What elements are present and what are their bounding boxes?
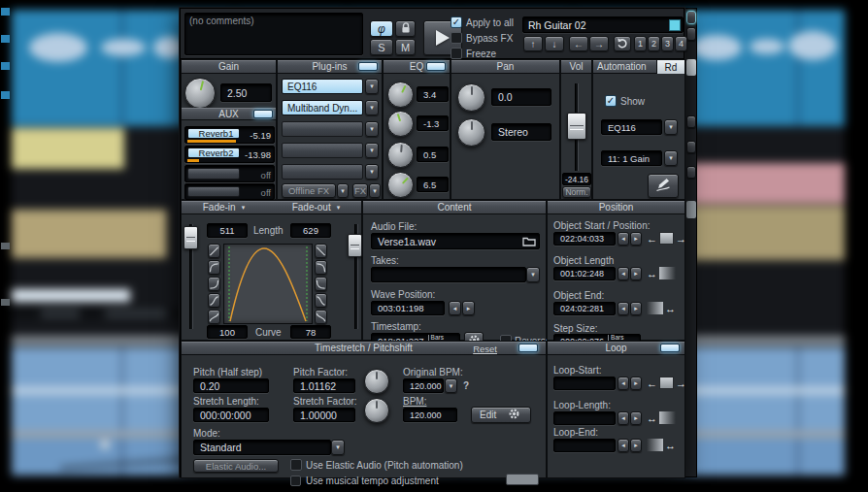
automation-mode-tab[interactable]: Rd	[656, 60, 684, 74]
aux-send-1-name[interactable]: Reverb1	[187, 128, 240, 139]
aux-send-1-level-bar[interactable]	[187, 140, 236, 143]
fade-in-curve-inverse-s-button[interactable]	[208, 310, 220, 324]
preset-3-button[interactable]: 3	[661, 36, 674, 51]
object-length-field[interactable]: 001:02:248	[553, 267, 616, 280]
loop-start-step-right[interactable]: ▸	[630, 377, 642, 390]
pitch-field[interactable]: 0.20	[193, 378, 269, 393]
wave-position-step-right[interactable]: ▸	[462, 301, 475, 315]
stretch-length-field[interactable]: 000:00:000	[193, 408, 269, 422]
eq-band-4-knob[interactable]	[387, 172, 414, 198]
resize-grip[interactable]	[506, 474, 539, 485]
mode-dropdown[interactable]: ▾	[331, 440, 345, 455]
side-toolbar-button[interactable]	[686, 11, 696, 24]
object-length-step-left[interactable]: ◂	[618, 267, 629, 280]
fade-out-curve-linear-button[interactable]	[315, 244, 327, 258]
next-object-down-button[interactable]: ↓	[545, 36, 564, 51]
plugins-led[interactable]	[358, 62, 378, 71]
timestretch-reset-link[interactable]: Reset	[473, 344, 497, 354]
original-bpm-field[interactable]: 120.000	[403, 378, 444, 393]
mute-button[interactable]: M	[395, 39, 416, 55]
loop-end-step-left[interactable]: ◂	[618, 439, 629, 452]
fade-in-curve-convex-button[interactable]	[208, 260, 220, 275]
loop-start-step-left[interactable]: ◂	[618, 377, 629, 390]
next-object-button[interactable]: →	[589, 36, 609, 51]
fade-out-curve-scurve-button[interactable]	[315, 293, 327, 308]
plugin-slot-1-dropdown[interactable]: ▾	[365, 79, 379, 94]
offline-fx-dropdown[interactable]: ▾	[337, 183, 349, 198]
bpm-edit-button[interactable]: Edit	[471, 407, 531, 423]
side-toolbar-button[interactable]	[686, 141, 696, 153]
fade-out-preset-dropdown[interactable]: ▾	[337, 204, 341, 212]
object-start-step-right[interactable]: ▸	[630, 232, 642, 246]
elastic-audio-button[interactable]: Elastic Audio...	[193, 459, 279, 473]
eq-band-2-value[interactable]: -1.3	[417, 115, 449, 131]
bypass-fx-checkbox[interactable]	[451, 32, 462, 44]
fade-out-length-value[interactable]: 629	[290, 223, 331, 238]
solo-button[interactable]: S	[370, 39, 393, 55]
aux-led[interactable]	[253, 110, 273, 118]
aux-slot-3[interactable]: off	[184, 165, 275, 182]
loop-end-icon[interactable]: ↔	[647, 439, 676, 451]
fade-in-curve-concave-button[interactable]	[208, 277, 220, 291]
apply-to-all-checkbox[interactable]: ✓	[451, 16, 462, 28]
side-toolbar-button[interactable]	[686, 27, 696, 41]
fade-out-curve-value[interactable]: 78	[290, 325, 331, 339]
object-end-step-right[interactable]: ▸	[630, 302, 642, 315]
gain-value[interactable]: 2.50	[220, 83, 272, 102]
eq-band-2-knob[interactable]	[387, 111, 414, 137]
fade-in-preset-dropdown[interactable]: ▾	[242, 204, 246, 212]
pitch-knob[interactable]	[364, 369, 389, 394]
side-toolbar-button[interactable]	[686, 115, 696, 128]
lock-button[interactable]	[395, 20, 416, 37]
plugin-slot-1[interactable]: EQ116	[282, 79, 363, 94]
bpm-field[interactable]: 120.000	[403, 408, 457, 422]
original-bpm-help[interactable]: ?	[463, 380, 469, 391]
previous-object-button[interactable]: ←	[569, 36, 588, 51]
aux-send-2-name[interactable]: Reverb2	[187, 148, 240, 158]
eq-band-1-value[interactable]: 3.4	[417, 86, 449, 102]
plugin-slot-4-dropdown[interactable]: ▾	[365, 143, 379, 158]
use-elastic-checkbox[interactable]	[290, 459, 302, 471]
stretch-factor-field[interactable]: 1.00000	[293, 408, 355, 422]
fade-in-curve-value[interactable]: 100	[207, 325, 248, 339]
fade-curve-display[interactable]	[223, 244, 313, 324]
automation-plugin-select[interactable]: EQ116	[601, 119, 662, 135]
loop-start-field[interactable]	[553, 377, 616, 390]
object-start-field[interactable]: 022:04:033	[553, 232, 616, 246]
object-end-field[interactable]: 024:02:281	[553, 302, 616, 315]
fx-button[interactable]: FX	[352, 183, 368, 198]
normalize-button[interactable]: Norm.	[562, 186, 591, 198]
folder-icon[interactable]	[522, 236, 536, 248]
preset-4-button[interactable]: 4	[675, 36, 687, 51]
offline-fx-button[interactable]: Offline FX	[282, 183, 336, 198]
loop-start-icon[interactable]: ←→	[647, 377, 686, 389]
aux-send-4-name[interactable]	[187, 186, 240, 197]
eq-led[interactable]	[426, 62, 446, 71]
loop-length-icon[interactable]: ↔	[647, 411, 676, 424]
loop-length-field[interactable]	[553, 411, 616, 425]
stereo-width-knob[interactable]	[457, 118, 485, 147]
side-scrollbar-thumb[interactable]	[686, 59, 696, 76]
pitch-factor-field[interactable]: 1.01162	[293, 378, 355, 393]
eq-band-1-knob[interactable]	[387, 82, 414, 108]
pan-knob[interactable]	[457, 83, 485, 112]
aux-slot-1[interactable]: Reverb1 -5.19	[184, 126, 275, 144]
object-length-step-right[interactable]: ▸	[630, 267, 642, 280]
plugin-slot-2-dropdown[interactable]: ▾	[365, 100, 379, 115]
use-musical-checkbox[interactable]	[290, 476, 301, 486]
wave-position-step-left[interactable]: ◂	[449, 301, 461, 315]
object-name-input[interactable]: Rh Guitar 02	[522, 16, 684, 33]
fade-out-fader-thumb[interactable]	[348, 234, 362, 257]
preset-2-button[interactable]: 2	[648, 36, 660, 51]
eq-band-3-knob[interactable]	[387, 142, 414, 168]
automation-draw-button[interactable]	[648, 174, 679, 198]
automation-show-checkbox[interactable]: ✓	[605, 95, 617, 107]
pan-value[interactable]: 0.0	[491, 88, 551, 106]
object-color-swatch[interactable]	[669, 19, 681, 31]
fade-out-curve-concave-button[interactable]	[315, 277, 327, 291]
automation-plugin-dropdown[interactable]: ▾	[664, 119, 678, 135]
takes-select[interactable]	[371, 267, 526, 282]
loop-length-step-right[interactable]: ▸	[630, 411, 642, 425]
aux-send-2-level-bar[interactable]	[187, 159, 199, 162]
fade-in-curve-scurve-button[interactable]	[208, 293, 220, 308]
